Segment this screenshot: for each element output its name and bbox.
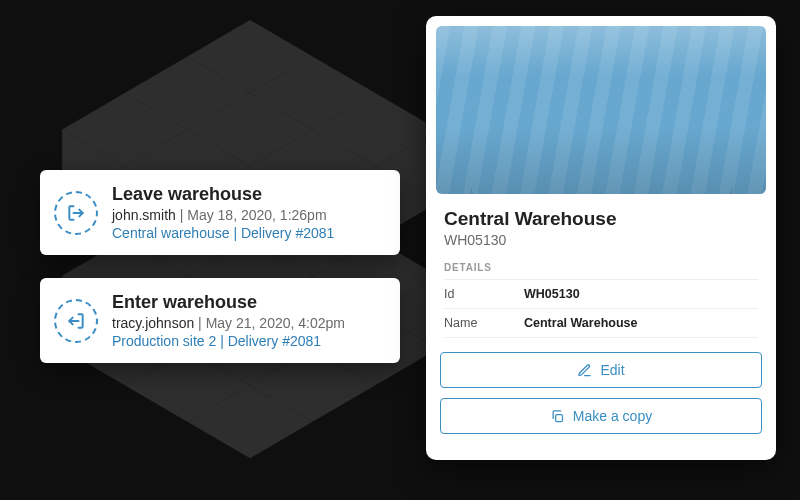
make-copy-button[interactable]: Make a copy: [440, 398, 762, 434]
section-label: DETAILS: [444, 262, 758, 273]
detail-row-id: Id WH05130: [444, 279, 758, 308]
svg-rect-28: [555, 414, 562, 421]
activity-context-link[interactable]: Production site 2 | Delivery #2081: [112, 333, 382, 349]
edit-button-label: Edit: [600, 362, 624, 378]
detail-row-name: Name Central Warehouse: [444, 308, 758, 338]
field-label: Id: [444, 287, 524, 301]
activity-user: john.smith: [112, 207, 176, 223]
activity-user: tracy.johnson: [112, 315, 194, 331]
activity-timestamp: May 21, 2020, 4:02pm: [206, 315, 345, 331]
field-value: WH05130: [524, 287, 580, 301]
field-value: Central Warehouse: [524, 316, 637, 330]
edit-button[interactable]: Edit: [440, 352, 762, 388]
detail-subtitle: WH05130: [444, 232, 758, 248]
activity-card-leave[interactable]: Leave warehouse john.smith | May 18, 202…: [40, 170, 400, 255]
pencil-icon: [577, 363, 592, 378]
activity-meta: tracy.johnson | May 21, 2020, 4:02pm: [112, 315, 382, 331]
warehouse-detail-card: Central Warehouse WH05130 DETAILS Id WH0…: [426, 16, 776, 460]
background-hex-pattern: [30, 20, 470, 500]
leave-icon: [54, 191, 98, 235]
warehouse-image: [436, 26, 766, 194]
activity-card-enter[interactable]: Enter warehouse tracy.johnson | May 21, …: [40, 278, 400, 363]
activity-title: Enter warehouse: [112, 292, 382, 313]
copy-icon: [550, 409, 565, 424]
make-copy-button-label: Make a copy: [573, 408, 652, 424]
activity-timestamp: May 18, 2020, 1:26pm: [187, 207, 326, 223]
enter-icon: [54, 299, 98, 343]
detail-title: Central Warehouse: [444, 208, 758, 230]
activity-context-link[interactable]: Central warehouse | Delivery #2081: [112, 225, 382, 241]
activity-meta: john.smith | May 18, 2020, 1:26pm: [112, 207, 382, 223]
field-label: Name: [444, 316, 524, 330]
activity-title: Leave warehouse: [112, 184, 382, 205]
